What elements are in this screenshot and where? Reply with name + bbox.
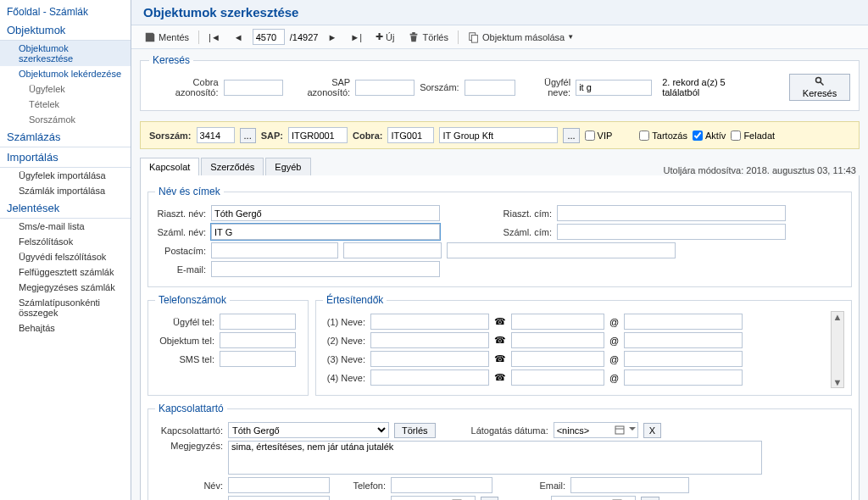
ert3-name[interactable] — [370, 351, 489, 367]
bar-name-dots[interactable]: ... — [563, 128, 579, 143]
posta2-input[interactable] — [343, 242, 442, 258]
ert1-tel[interactable] — [511, 314, 604, 330]
scroll-up-icon[interactable]: ▲ — [833, 312, 843, 322]
prev-button[interactable]: ◄ — [230, 31, 248, 44]
tab-szerzodes[interactable]: Szerződés — [201, 158, 264, 175]
at-icon: @ — [609, 317, 619, 327]
ert2-mail[interactable] — [624, 332, 743, 348]
ert1-mail[interactable] — [624, 314, 743, 330]
bar-sor-dots[interactable]: ... — [240, 128, 256, 143]
record-current[interactable] — [253, 29, 285, 45]
riasztnev-lbl: Riaszt. név: — [155, 208, 206, 219]
copy-button[interactable]: Objektum másolása ▼ — [464, 30, 578, 45]
search-cobra[interactable] — [224, 80, 283, 96]
kemail-lbl: Email: — [498, 481, 565, 491]
calendar-icon[interactable] — [615, 425, 625, 435]
tab-body: Név és címek Riaszt. név: Riaszt. cím: S… — [140, 175, 860, 500]
scroll-down-icon[interactable]: ▼ — [833, 377, 843, 387]
save-button[interactable]: Mentés — [140, 30, 193, 45]
record-total: /14927 — [290, 32, 319, 42]
riasztnev-input[interactable] — [211, 205, 440, 221]
ugyfel-label: Ügyfél neve: — [520, 77, 571, 97]
megj-input[interactable] — [228, 441, 762, 475]
breadcrumb[interactable]: Főoldal - Számlák — [0, 3, 131, 20]
sidebar-item-sms[interactable]: Sms/e-mail lista — [0, 219, 131, 234]
feladat-check[interactable]: Feladat — [731, 131, 775, 141]
search-ugyfel[interactable] — [576, 80, 652, 96]
ert2-name[interactable] — [370, 332, 489, 348]
mitol-x[interactable]: X — [481, 497, 498, 501]
cobra-label: Cobra azonosító: — [149, 77, 219, 97]
ugyfeltel-input[interactable] — [220, 314, 296, 330]
szamlcim-input[interactable] — [557, 224, 786, 240]
ert4-tel[interactable] — [511, 369, 604, 386]
sidebar-sub-tetelek[interactable]: Tételek — [0, 97, 131, 112]
aktiv-check[interactable]: Aktív — [693, 131, 726, 141]
beo-input[interactable] — [228, 496, 330, 500]
ert3-tel[interactable] — [511, 351, 604, 367]
latog-x[interactable]: X — [643, 423, 661, 438]
sidebar-item-szamtip[interactable]: Számlatípusonkénti összegek — [0, 295, 131, 320]
sidebar-item-megj[interactable]: Megjegyzéses számlák — [0, 280, 131, 295]
bar-sap[interactable] — [288, 127, 348, 143]
first-button[interactable]: |◄ — [204, 31, 225, 44]
posta1-input[interactable] — [211, 242, 338, 258]
sidebar-item-felsz[interactable]: Felszólítások — [0, 234, 131, 249]
sidebar-item-objszerk[interactable]: Objektumok szerkesztése — [0, 41, 131, 66]
ert3-mail[interactable] — [624, 351, 743, 367]
bar-name[interactable] — [439, 127, 558, 143]
search-btn-label: Keresés — [803, 88, 837, 98]
sidebar-section-szamlazas[interactable]: Számlázás — [0, 127, 131, 147]
ktel-input[interactable] — [391, 477, 492, 493]
sidebar: Főoldal - Számlák Objektumok Objektumok … — [0, 0, 131, 500]
latog-date[interactable] — [554, 422, 638, 438]
bar-sor[interactable] — [197, 127, 235, 143]
ert2-tel[interactable] — [511, 332, 604, 348]
mitol-date[interactable] — [391, 496, 476, 500]
kapcs-delete[interactable]: Törlés — [394, 423, 436, 438]
sidebar-item-behajtas[interactable]: Behajtás — [0, 320, 131, 336]
kemail-input[interactable] — [570, 477, 689, 493]
sidebar-item-felfugg[interactable]: Felfüggesztett számlák — [0, 264, 131, 280]
new-label: Új — [386, 32, 394, 42]
szamlnev-input[interactable] — [211, 224, 440, 240]
bar-cobra[interactable] — [387, 127, 434, 143]
ert-scrollbar[interactable]: ▲▼ — [831, 311, 844, 388]
smstel-input[interactable] — [220, 351, 296, 367]
sidebar-sub-ugyfelek[interactable]: Ügyfelek — [0, 81, 131, 97]
vip-check[interactable]: VIP — [585, 131, 613, 141]
posta3-input[interactable] — [447, 242, 676, 258]
sidebar-sub-sorszamok[interactable]: Sorszámok — [0, 112, 131, 127]
new-button[interactable]: ✚ Új — [371, 30, 398, 44]
email-input[interactable] — [211, 261, 440, 277]
copy-label: Objektum másolása — [482, 32, 565, 42]
search-sorszam[interactable] — [465, 80, 515, 96]
sidebar-section-jelentesek[interactable]: Jelentések — [0, 198, 131, 219]
next-button[interactable]: ► — [323, 31, 341, 44]
ert4-name[interactable] — [370, 369, 489, 386]
sidebar-item-ugyvedi[interactable]: Ügyvédi felszólítások — [0, 249, 131, 264]
meddig-date[interactable] — [551, 496, 636, 500]
sidebar-section-importalas[interactable]: Importálás — [0, 147, 131, 168]
tab-kapcsolat[interactable]: Kapcsolat — [140, 158, 199, 175]
objtel-input[interactable] — [220, 332, 296, 348]
ert1-name[interactable] — [370, 314, 489, 330]
riasztcim-input[interactable] — [557, 205, 786, 221]
sidebar-section-objektumok[interactable]: Objektumok — [0, 20, 131, 41]
knev-input[interactable] — [228, 477, 330, 493]
delete-button[interactable]: Törlés — [403, 30, 453, 45]
copy-icon — [468, 31, 480, 43]
kapcs-legend: Kapcsolattartó — [155, 403, 227, 414]
tab-egyeb[interactable]: Egyéb — [265, 158, 310, 175]
meddig-x[interactable]: X — [641, 497, 659, 501]
chevron-down-icon[interactable] — [629, 427, 636, 431]
search-button[interactable]: Keresés — [789, 74, 850, 101]
tartozas-check[interactable]: Tartozás — [639, 131, 687, 141]
kapcs-select[interactable]: Tóth Gergő — [228, 422, 389, 438]
sidebar-item-objlek[interactable]: Objektumok lekérdezése — [0, 66, 131, 81]
search-sap[interactable] — [355, 80, 415, 96]
last-button[interactable]: ►| — [346, 31, 366, 44]
sidebar-item-szamimp[interactable]: Számlák importálása — [0, 183, 131, 198]
ert4-mail[interactable] — [624, 369, 743, 386]
sidebar-item-ugyimp[interactable]: Ügyfelek importálása — [0, 168, 131, 183]
